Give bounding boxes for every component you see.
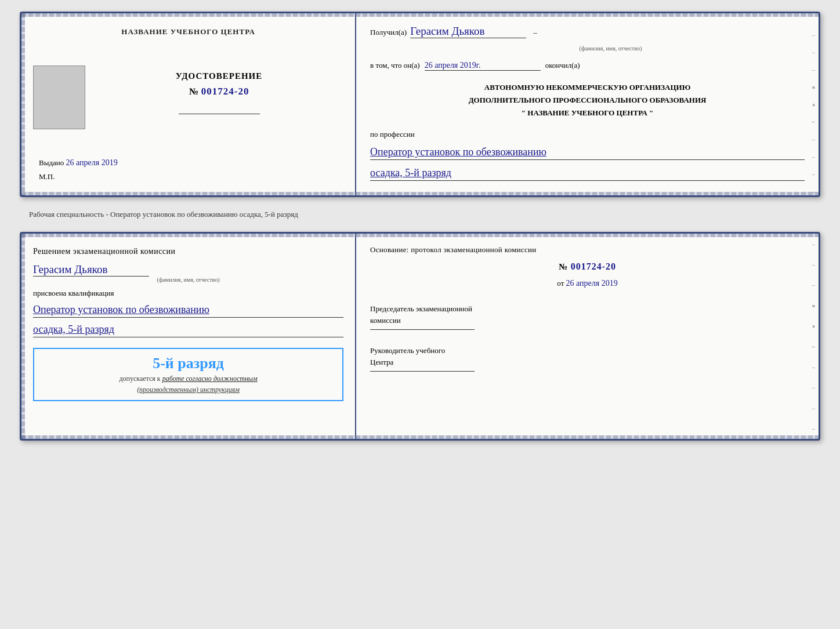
photo-placeholder xyxy=(33,66,85,129)
mp-label: М.П. xyxy=(39,172,55,181)
profession-line1: Оператор установок по обезвоживанию xyxy=(370,146,546,158)
stamp-box: 5-й разряд допускается к работе согласно… xyxy=(33,348,343,401)
side-markers-2: – – – и а ← – – – – xyxy=(811,234,816,439)
predsedatel-block: Председатель экзаменационной комиссии xyxy=(370,303,805,330)
cert-left-panel: НАЗВАНИЕ УЧЕБНОГО ЦЕНТРА УДОСТОВЕРЕНИЕ №… xyxy=(21,13,356,195)
rukovoditel-signature xyxy=(370,371,475,372)
recipient2-block: Герасим Дьяков (фамилия, имя, отчество) xyxy=(33,263,343,283)
osnovanie-label: Основание: протокол экзаменационной коми… xyxy=(370,245,805,254)
vydano-date: 26 апреля 2019 xyxy=(66,158,118,167)
protokol-number-block: № 001724-20 xyxy=(370,261,805,272)
recipient-name: Герасим Дьяков xyxy=(410,25,526,38)
profession-line2: осадка, 5-й разряд xyxy=(370,167,451,179)
recipient2-name: Герасим Дьяков xyxy=(33,263,149,277)
po-professii: по профессии xyxy=(370,130,805,139)
stamp-sub3: (производственным) инструкциям xyxy=(137,386,240,394)
qual-line2-block: осадка, 5-й разряд xyxy=(33,323,343,337)
org-description: АВТОНОМНУЮ НЕКОММЕРЧЕСКУЮ ОРГАНИЗАЦИЮ ДО… xyxy=(370,81,805,119)
stamp-sub: допускается к работе согласно должностны… xyxy=(119,375,257,383)
qual-line1-block: Оператор установок по обезвоживанию xyxy=(33,304,343,318)
separator-label: Рабочая специальность - Оператор установ… xyxy=(20,208,820,221)
protokol-number: 001724-20 xyxy=(571,261,616,271)
prisvoena-label: присвоена квалификация xyxy=(33,289,343,298)
ot-date-block: от 26 апреля 2019 xyxy=(370,279,805,288)
fio2-sublabel: (фамилия, имя, отчество) xyxy=(33,277,343,283)
cert-number-prefix: № xyxy=(189,86,199,97)
cert-title: УДОСТОВЕРЕНИЕ xyxy=(176,71,263,81)
certificate-card-2: Решением экзаменационной комиссии Гераси… xyxy=(20,232,820,441)
qual-line2: осадка, 5-й разряд xyxy=(33,323,114,335)
cert-right-panel: Получил(а) Герасим Дьяков – (фамилия, им… xyxy=(356,13,819,195)
fio-sublabel: (фамилия, имя, отчество) xyxy=(417,45,805,52)
cert-number: 001724-20 xyxy=(201,86,249,97)
profession-line1-block: Оператор установок по обезвоживанию xyxy=(370,146,805,160)
predsedatel-signature xyxy=(370,329,475,330)
qual-line1: Оператор установок по обезвоживанию xyxy=(33,304,209,315)
stamp-sub2: работе согласно должностным xyxy=(162,375,258,383)
ot-date: 26 апреля 2019 xyxy=(566,279,618,288)
cert2-left-panel: Решением экзаменационной комиссии Гераси… xyxy=(21,234,356,439)
rukovoditel-block: Руководитель учебного Центра xyxy=(370,345,805,372)
profession-line2-block: осадка, 5-й разряд xyxy=(370,167,805,181)
recipient-line: Получил(а) Герасим Дьяков – xyxy=(370,25,805,38)
certificate-card-1: НАЗВАНИЕ УЧЕБНОГО ЦЕНТРА УДОСТОВЕРЕНИЕ №… xyxy=(20,12,820,197)
vydano-line: Выдано 26 апреля 2019 xyxy=(39,158,343,168)
org-name-top: НАЗВАНИЕ УЧЕБНОГО ЦЕНТРА xyxy=(121,27,255,37)
dash1: – xyxy=(533,28,537,37)
resheniem-label: Решением экзаменационной комиссии xyxy=(33,245,343,257)
stamp-title: 5-й разряд xyxy=(153,355,224,372)
cert2-right-panel: Основание: протокол экзаменационной коми… xyxy=(356,234,819,439)
vtom-line: в том, что он(а) 26 апреля 2019г. окончи… xyxy=(370,61,805,71)
date-value: 26 апреля 2019г. xyxy=(425,61,541,71)
